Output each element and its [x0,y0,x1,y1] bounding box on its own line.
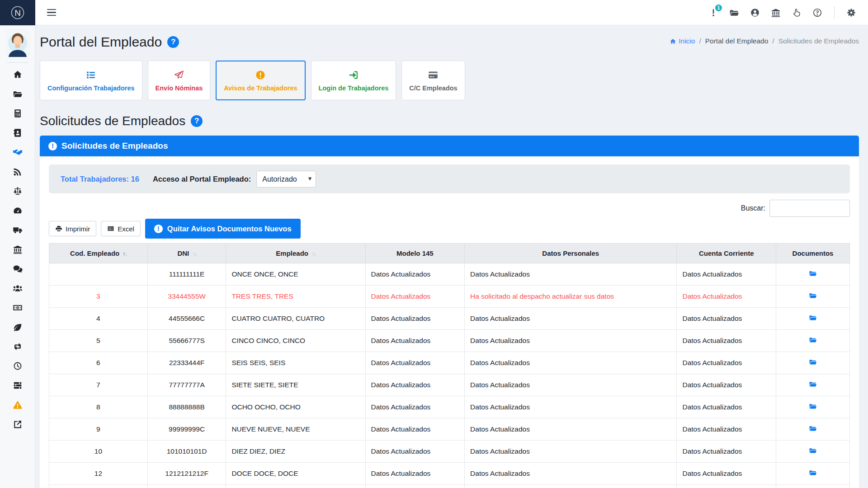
toolbar-divider [834,7,835,19]
cell-dni: 44555666C [147,308,226,330]
sort-arrows-icon: ↑↓ [123,251,127,257]
card-configuracion-trabajadores[interactable]: Configuración Trabajadores [40,61,142,100]
bank-icon[interactable] [771,8,781,18]
card-envio-nominas[interactable]: Envío Nóminas [148,61,211,100]
question-circle-icon[interactable] [812,8,822,18]
truck-icon[interactable] [0,220,35,239]
search-input[interactable] [769,200,850,217]
breadcrumb-item[interactable]: Portal del Empleado [705,37,769,45]
documentos-folder-button[interactable] [808,402,817,410]
card-c-c-empleados[interactable]: C/C Empleados [401,61,465,100]
acceso-portal-select[interactable]: Autorizado [256,171,316,188]
table-row: 10101010101DDIEZ DIEZ, DIEZDatos Actuali… [49,441,850,463]
menu-toggle-icon[interactable] [47,9,56,16]
page-title-text: Portal del Empleado [40,34,162,50]
hand-pointer-icon[interactable] [792,8,802,18]
clock-icon[interactable] [0,356,35,375]
documentos-folder-button[interactable] [808,291,817,300]
card-label: Envío Nóminas [156,84,203,92]
documentos-folder-button[interactable] [808,269,817,277]
col-cod-empleado[interactable]: Cod. Empleado↑↓ [49,244,148,263]
tasks-icon[interactable] [0,375,35,395]
user-circle-icon[interactable] [750,8,760,18]
quitar-avisos-button[interactable]: ! Quitar Avisos Documentos Nuevos [145,219,301,239]
table-icon [107,225,114,232]
cell-empleado: SIETE SIETE, SIETE [226,374,365,396]
excel-label: Excel [118,225,134,233]
cell-cod-empleado: 3 [49,286,148,308]
folder-open-icon[interactable] [0,84,35,103]
gear-icon[interactable] [846,8,856,18]
address-book-icon[interactable] [0,123,35,142]
cell-cod-empleado: 5 [49,330,148,352]
comments-icon[interactable] [0,259,35,278]
home-icon[interactable] [0,65,35,84]
card-login-de-trabajadores[interactable]: Login de Trabajadores [311,61,396,100]
cell-dni: 13131313G [147,485,226,488]
panel-title: Solicitudes de Empleados [61,141,168,151]
documentos-folder-button[interactable] [808,424,817,432]
calculator-icon[interactable] [0,103,35,123]
handshake-icon[interactable] [0,142,35,162]
cell-cuenta-corriente: Datos Actualizados [677,308,776,330]
documentos-folder-button[interactable] [808,446,817,455]
table-row: 111111111EONCE ONCE, ONCEDatos Actualiza… [49,263,850,286]
external-link-icon[interactable] [0,414,35,434]
help-icon[interactable]: ? [191,115,203,127]
app-logo: N [0,0,35,25]
users-icon[interactable] [0,278,35,298]
documentos-folder-button[interactable] [808,380,817,388]
breadcrumb-home-link[interactable]: Inicio [670,37,695,45]
user-avatar[interactable] [5,29,30,57]
table-row: 999999999CNUEVE NUEVE, NUEVEDatos Actual… [49,418,850,441]
divider [7,62,28,63]
rss-icon[interactable] [0,162,35,181]
balance-scale-icon[interactable] [0,181,35,201]
table-row: 121212121212FDOCE DOCE, DOCEDatos Actual… [49,463,850,485]
table-row: 888888888BOCHO OCHO, OCHODatos Actualiza… [49,396,850,418]
panel-header: ! Solicitudes de Empleados [40,136,859,156]
exclamation-icon[interactable]: 1 [708,8,718,18]
documentos-folder-button[interactable] [808,336,817,344]
cell-modelo-145: Datos Actualizados [365,308,465,330]
folder-open-icon [808,402,817,410]
documentos-folder-button[interactable] [808,314,817,322]
cell-cuenta-corriente: Datos Actualizados [677,330,776,352]
cell-datos-personales: Datos Actualizados [465,330,677,352]
folder-open-icon [808,358,817,366]
leaf-icon[interactable] [0,317,35,337]
excel-button[interactable]: Excel [101,221,141,236]
documentos-folder-button[interactable] [808,358,817,366]
documentos-folder-button[interactable] [808,469,817,477]
table-row: 1313131313GTRECE TRECE, TRECEDatos Actua… [49,485,850,488]
sidebar-nav: 1 [0,65,35,434]
card-avisos-de-trabajadores[interactable]: Avisos de Trabajadores [216,61,305,100]
folder-open-icon [808,269,817,277]
sidebar: 1 [0,25,35,488]
col-dni[interactable]: DNI↑↓ [147,244,226,263]
main-content: Portal del Empleado ? Inicio / Portal de… [35,0,868,488]
cell-cod-empleado: 10 [49,441,148,463]
cell-modelo-145: Datos Actualizados [365,463,465,485]
warning-icon[interactable] [0,395,35,414]
cell-empleado: ONCE ONCE, ONCE [226,263,365,286]
column-label: Cod. Empleado [70,249,119,257]
cell-cod-empleado: 12 [49,463,148,485]
sign-in-icon [348,70,359,80]
tachometer-icon[interactable] [0,201,35,220]
breadcrumb: Inicio / Portal del Empleado / Solicitud… [670,37,859,45]
folder-open-icon[interactable] [729,8,739,18]
print-button[interactable]: Imprimir [49,221,96,236]
quitar-avisos-label: Quitar Avisos Documentos Nuevos [167,225,292,233]
money-bill-icon[interactable]: 1 [0,298,35,317]
folder-open-icon [808,469,817,477]
col-empleado[interactable]: Empleado↑↓ [226,244,365,263]
cell-datos-personales: Ha solicitado al despacho actualizar sus… [465,286,677,308]
bank-icon[interactable] [0,239,35,259]
paper-plane-icon [174,70,184,80]
cell-datos-personales: Datos Actualizados [465,396,677,418]
help-icon[interactable]: ? [167,36,179,48]
cell-modelo-145: Datos Actualizados [365,374,465,396]
retweet-icon[interactable] [0,337,35,356]
cell-datos-personales: Datos Actualizados [465,263,677,286]
